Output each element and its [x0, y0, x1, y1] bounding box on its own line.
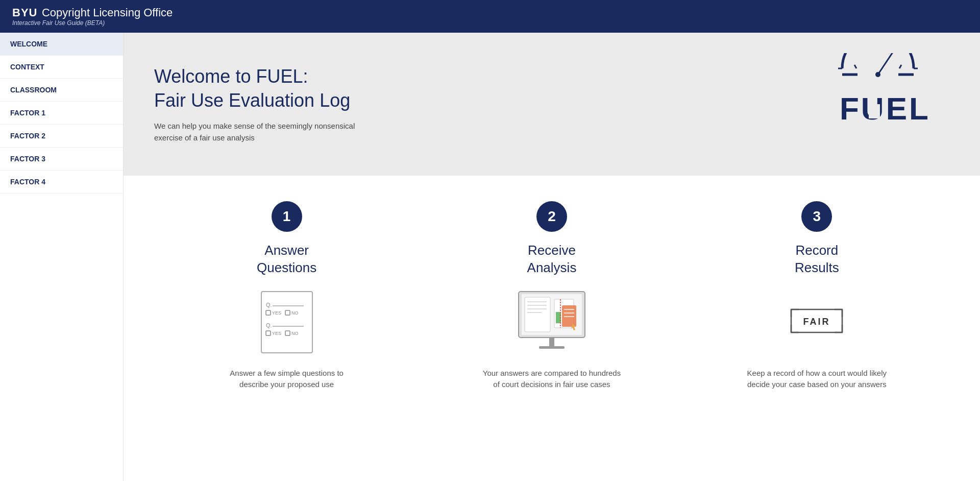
sidebar-item-classroom[interactable]: CLASSROOM: [0, 79, 123, 102]
step-3: 3 Record Results FAIR: [730, 201, 903, 391]
fuel-logo: FUEL: [806, 53, 949, 155]
svg-text:Q.: Q.: [266, 302, 272, 308]
svg-rect-26: [549, 338, 554, 347]
byu-label: BYU: [12, 6, 37, 19]
svg-rect-28: [525, 297, 550, 332]
step-1-title: Answer Questions: [257, 242, 316, 277]
svg-text:YES: YES: [272, 310, 281, 316]
sidebar: WELCOME CONTEXT CLASSROOM FACTOR 1 FACTO…: [0, 33, 124, 481]
svg-line-2: [854, 65, 856, 68]
step-3-icon: FAIR: [776, 289, 857, 355]
sidebar-item-factor2[interactable]: FACTOR 2: [0, 125, 123, 148]
svg-rect-10: [869, 104, 880, 118]
step-2-description: Your answers are compared to hundreds of…: [480, 368, 623, 391]
record-icon: FAIR: [776, 289, 857, 355]
step-1: 1 Answer Questions Q. YES: [200, 201, 374, 391]
header: BYU Copyright Licensing Office Interacti…: [0, 0, 980, 33]
step-2-title: Receive Analysis: [527, 242, 577, 277]
svg-rect-27: [539, 346, 565, 349]
svg-text:YES: YES: [272, 331, 281, 336]
svg-rect-34: [562, 305, 576, 327]
sidebar-item-factor3[interactable]: FACTOR 3: [0, 148, 123, 171]
layout: WELCOME CONTEXT CLASSROOM FACTOR 1 FACTO…: [0, 33, 980, 481]
steps-section: 1 Answer Questions Q. YES: [124, 176, 980, 411]
step-2: 2 Receive Analysis: [465, 201, 639, 391]
header-title: BYU Copyright Licensing Office: [12, 6, 173, 19]
step-3-number: 3: [801, 201, 832, 232]
sidebar-item-factor4[interactable]: FACTOR 4: [0, 171, 123, 194]
hero-text: Welcome to FUEL: Fair Use Evaluation Log…: [154, 65, 369, 144]
svg-text:Q.: Q.: [266, 322, 272, 328]
step-1-description: Answer a few simple questions to describ…: [215, 368, 358, 391]
svg-rect-22: [285, 331, 290, 335]
svg-rect-20: [266, 331, 271, 335]
office-title: Copyright Licensing Office: [42, 6, 173, 19]
step-2-number: 2: [536, 201, 567, 232]
step-2-icon: [513, 289, 590, 355]
step-1-icon: Q. YES NO Q. YES: [259, 289, 315, 355]
questionnaire-icon: Q. YES NO Q. YES: [259, 289, 315, 355]
svg-rect-14: [266, 310, 271, 315]
svg-line-5: [878, 53, 893, 75]
main-content: Welcome to FUEL: Fair Use Evaluation Log…: [124, 33, 980, 481]
svg-text:FUEL: FUEL: [840, 91, 930, 126]
svg-line-3: [899, 65, 901, 68]
sidebar-item-factor1[interactable]: FACTOR 1: [0, 102, 123, 125]
monitor-icon: [513, 289, 590, 355]
step-1-number: 1: [272, 201, 302, 232]
step-3-description: Keep a record of how a court would likel…: [745, 368, 888, 391]
hero-section: Welcome to FUEL: Fair Use Evaluation Log…: [124, 33, 980, 176]
svg-text:NO: NO: [291, 331, 299, 336]
svg-text:NO: NO: [291, 310, 299, 316]
sidebar-item-welcome[interactable]: WELCOME: [0, 33, 123, 56]
subtitle: Interactive Fair Use Guide (BETA): [12, 19, 173, 27]
svg-text:FAIR: FAIR: [803, 317, 830, 327]
step-3-title: Record Results: [795, 242, 839, 277]
sidebar-item-context[interactable]: CONTEXT: [0, 56, 123, 79]
header-text: BYU Copyright Licensing Office Interacti…: [12, 6, 173, 27]
hero-heading: Welcome to FUEL: Fair Use Evaluation Log: [154, 65, 369, 113]
fuel-logo-svg: FUEL: [812, 53, 944, 155]
svg-rect-16: [285, 310, 290, 315]
hero-description: We can help you make sense of the seemin…: [154, 121, 369, 143]
svg-point-6: [875, 72, 880, 77]
